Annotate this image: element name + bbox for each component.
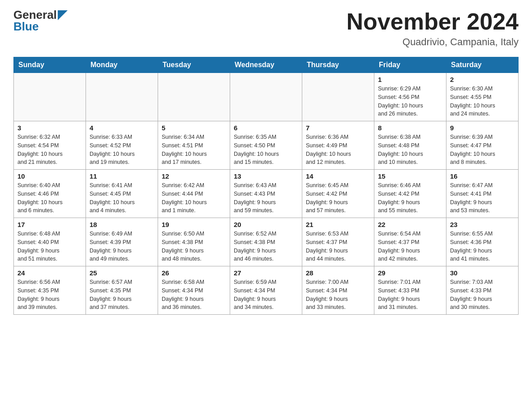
day-info: Sunrise: 6:46 AM Sunset: 4:42 PM Dayligh… [378,181,442,215]
calendar-cell: 10Sunrise: 6:40 AM Sunset: 4:46 PM Dayli… [14,170,86,218]
calendar-cell: 27Sunrise: 6:59 AM Sunset: 4:34 PM Dayli… [230,266,302,315]
column-header-wednesday: Wednesday [230,57,302,73]
day-number: 9 [450,124,515,132]
location-text: Quadrivio, Campania, Italy [347,36,519,48]
calendar-cell [86,73,158,121]
calendar-cell: 14Sunrise: 6:45 AM Sunset: 4:42 PM Dayli… [302,170,374,218]
day-info: Sunrise: 6:38 AM Sunset: 4:48 PM Dayligh… [378,133,442,167]
column-header-monday: Monday [86,57,158,73]
day-info: Sunrise: 6:56 AM Sunset: 4:35 PM Dayligh… [17,278,82,312]
logo-general-text: General [13,9,57,21]
day-number: 19 [162,221,226,228]
day-number: 2 [450,76,515,83]
column-header-friday: Friday [374,57,446,73]
day-number: 18 [90,221,154,228]
day-info: Sunrise: 6:55 AM Sunset: 4:36 PM Dayligh… [450,230,515,263]
logo-triangle-icon [58,10,68,20]
day-number: 15 [378,172,442,180]
day-number: 6 [234,124,298,132]
day-info: Sunrise: 6:42 AM Sunset: 4:44 PM Dayligh… [162,181,226,215]
day-number: 24 [17,269,82,277]
calendar-cell: 9Sunrise: 6:39 AM Sunset: 4:47 PM Daylig… [446,121,519,170]
day-number: 4 [90,124,154,132]
day-number: 20 [234,221,298,228]
day-info: Sunrise: 6:53 AM Sunset: 4:37 PM Dayligh… [306,230,370,263]
calendar-cell: 3Sunrise: 6:32 AM Sunset: 4:54 PM Daylig… [14,121,86,170]
day-number: 28 [306,269,370,277]
day-number: 17 [17,221,82,228]
day-number: 10 [17,172,82,180]
calendar-cell: 28Sunrise: 7:00 AM Sunset: 4:34 PM Dayli… [302,266,374,315]
calendar-cell: 17Sunrise: 6:48 AM Sunset: 4:40 PM Dayli… [14,218,86,266]
calendar-cell: 11Sunrise: 6:41 AM Sunset: 4:45 PM Dayli… [86,170,158,218]
day-info: Sunrise: 6:30 AM Sunset: 4:55 PM Dayligh… [450,85,515,118]
day-info: Sunrise: 6:32 AM Sunset: 4:54 PM Dayligh… [17,133,82,167]
calendar-cell: 24Sunrise: 6:56 AM Sunset: 4:35 PM Dayli… [14,266,86,315]
calendar-cell: 15Sunrise: 6:46 AM Sunset: 4:42 PM Dayli… [374,170,446,218]
calendar-cell: 6Sunrise: 6:35 AM Sunset: 4:50 PM Daylig… [230,121,302,170]
calendar-cell: 2Sunrise: 6:30 AM Sunset: 4:55 PM Daylig… [446,73,519,121]
day-info: Sunrise: 6:36 AM Sunset: 4:49 PM Dayligh… [306,133,370,167]
day-info: Sunrise: 7:03 AM Sunset: 4:33 PM Dayligh… [450,278,515,312]
calendar-cell: 20Sunrise: 6:52 AM Sunset: 4:38 PM Dayli… [230,218,302,266]
calendar-cell: 23Sunrise: 6:55 AM Sunset: 4:36 PM Dayli… [446,218,519,266]
day-info: Sunrise: 6:58 AM Sunset: 4:34 PM Dayligh… [162,278,226,312]
day-number: 27 [234,269,298,277]
day-number: 30 [450,269,515,277]
calendar-cell: 21Sunrise: 6:53 AM Sunset: 4:37 PM Dayli… [302,218,374,266]
calendar-cell: 7Sunrise: 6:36 AM Sunset: 4:49 PM Daylig… [302,121,374,170]
day-info: Sunrise: 6:40 AM Sunset: 4:46 PM Dayligh… [17,181,82,215]
day-info: Sunrise: 6:50 AM Sunset: 4:38 PM Dayligh… [162,230,226,263]
day-info: Sunrise: 6:34 AM Sunset: 4:51 PM Dayligh… [162,133,226,167]
day-number: 13 [234,172,298,180]
calendar-cell: 5Sunrise: 6:34 AM Sunset: 4:51 PM Daylig… [158,121,230,170]
day-info: Sunrise: 6:41 AM Sunset: 4:45 PM Dayligh… [90,181,154,215]
column-header-saturday: Saturday [446,57,519,73]
day-info: Sunrise: 6:57 AM Sunset: 4:35 PM Dayligh… [90,278,154,312]
calendar-cell: 4Sunrise: 6:33 AM Sunset: 4:52 PM Daylig… [86,121,158,170]
month-title: November 2024 [347,9,519,34]
day-info: Sunrise: 6:45 AM Sunset: 4:42 PM Dayligh… [306,181,370,215]
calendar-cell: 12Sunrise: 6:42 AM Sunset: 4:44 PM Dayli… [158,170,230,218]
week-row-1: 1Sunrise: 6:29 AM Sunset: 4:56 PM Daylig… [14,73,519,121]
column-header-sunday: Sunday [14,57,86,73]
day-info: Sunrise: 6:35 AM Sunset: 4:50 PM Dayligh… [234,133,298,167]
week-row-5: 24Sunrise: 6:56 AM Sunset: 4:35 PM Dayli… [14,266,519,315]
column-header-thursday: Thursday [302,57,374,73]
day-info: Sunrise: 6:48 AM Sunset: 4:40 PM Dayligh… [17,230,82,263]
calendar-table: SundayMondayTuesdayWednesdayThursdayFrid… [13,57,519,315]
logo-blue-text: Blue [13,21,39,32]
day-info: Sunrise: 6:39 AM Sunset: 4:47 PM Dayligh… [450,133,515,167]
day-info: Sunrise: 7:00 AM Sunset: 4:34 PM Dayligh… [306,278,370,312]
day-number: 12 [162,172,226,180]
day-number: 14 [306,172,370,180]
day-info: Sunrise: 6:49 AM Sunset: 4:39 PM Dayligh… [90,230,154,263]
day-number: 23 [450,221,515,228]
calendar-cell: 18Sunrise: 6:49 AM Sunset: 4:39 PM Dayli… [86,218,158,266]
calendar-cell: 26Sunrise: 6:58 AM Sunset: 4:34 PM Dayli… [158,266,230,315]
day-number: 5 [162,124,226,132]
day-number: 26 [162,269,226,277]
day-number: 16 [450,172,515,180]
day-info: Sunrise: 6:43 AM Sunset: 4:43 PM Dayligh… [234,181,298,215]
day-number: 7 [306,124,370,132]
calendar-cell [302,73,374,121]
calendar-cell: 29Sunrise: 7:01 AM Sunset: 4:33 PM Dayli… [374,266,446,315]
day-number: 21 [306,221,370,228]
calendar-cell: 30Sunrise: 7:03 AM Sunset: 4:33 PM Dayli… [446,266,519,315]
calendar-cell: 19Sunrise: 6:50 AM Sunset: 4:38 PM Dayli… [158,218,230,266]
day-info: Sunrise: 6:54 AM Sunset: 4:37 PM Dayligh… [378,230,442,263]
day-info: Sunrise: 6:47 AM Sunset: 4:41 PM Dayligh… [450,181,515,215]
calendar-cell [230,73,302,121]
calendar-cell: 16Sunrise: 6:47 AM Sunset: 4:41 PM Dayli… [446,170,519,218]
day-number: 11 [90,172,154,180]
calendar-cell [158,73,230,121]
page-header: General Blue November 2024 Quadrivio, Ca… [13,9,519,48]
calendar-cell: 8Sunrise: 6:38 AM Sunset: 4:48 PM Daylig… [374,121,446,170]
calendar-cell: 22Sunrise: 6:54 AM Sunset: 4:37 PM Dayli… [374,218,446,266]
svg-marker-0 [58,10,68,20]
header-right: November 2024 Quadrivio, Campania, Italy [347,9,519,48]
calendar-cell: 13Sunrise: 6:43 AM Sunset: 4:43 PM Dayli… [230,170,302,218]
day-info: Sunrise: 6:29 AM Sunset: 4:56 PM Dayligh… [378,85,442,118]
calendar-header-row: SundayMondayTuesdayWednesdayThursdayFrid… [14,57,519,73]
